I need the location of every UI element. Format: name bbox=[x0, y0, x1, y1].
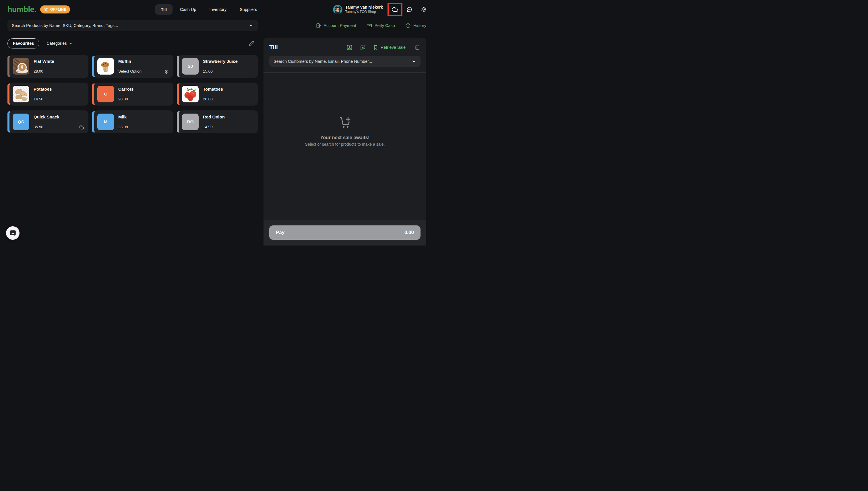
product-price: 20.00 bbox=[118, 97, 133, 101]
offline-status-badge: OFFLINE bbox=[40, 5, 70, 13]
avatar bbox=[333, 5, 343, 15]
product-card[interactable]: Potatoes 14.50 bbox=[7, 83, 88, 106]
product-search[interactable] bbox=[7, 20, 258, 31]
product-initials: RO bbox=[182, 114, 199, 130]
banknote-icon bbox=[367, 23, 372, 28]
product-price: 35.50 bbox=[34, 125, 59, 129]
product-card[interactable]: M Milk 23.98 bbox=[92, 110, 173, 133]
product-price: 15.00 bbox=[203, 69, 238, 74]
retrieve-sale-button[interactable]: Retrieve Sale bbox=[373, 45, 406, 50]
settings-icon[interactable] bbox=[421, 7, 427, 12]
history-label: History bbox=[413, 23, 426, 28]
product-card-body: Flat White 28.00 bbox=[9, 55, 88, 78]
till-title: Till bbox=[269, 44, 278, 51]
product-card[interactable]: Muffin Select Option bbox=[92, 55, 173, 78]
product-info: Tomatoes 20.00 bbox=[203, 86, 223, 103]
till-actions: Retrieve Sale bbox=[347, 45, 420, 51]
product-card-body: C Carrots 20.00 bbox=[94, 83, 173, 106]
product-initials: SJ bbox=[182, 58, 199, 75]
product-price: 14.50 bbox=[34, 97, 52, 101]
petty-cash-button[interactable]: Petty Cash bbox=[367, 23, 395, 28]
till-panel: Till Ret bbox=[264, 37, 426, 246]
messenger-icon bbox=[9, 229, 17, 237]
product-card-body: M Milk 23.98 bbox=[94, 110, 173, 133]
wifi-off-icon bbox=[44, 7, 48, 12]
product-card-body: Potatoes 14.50 bbox=[9, 83, 88, 106]
product-initials: C bbox=[97, 86, 114, 103]
categories-dropdown[interactable]: Categories bbox=[47, 41, 73, 46]
main-nav: Till Cash Up Inventory Suppliers bbox=[155, 4, 263, 15]
product-image bbox=[12, 58, 29, 75]
quick-links: Account Payment Petty Cash History bbox=[316, 20, 426, 31]
account-payment-button[interactable]: Account Payment bbox=[316, 23, 356, 28]
pay-amount: 0.00 bbox=[404, 230, 414, 235]
product-card-body: RO Red Onion 14.99 bbox=[179, 110, 258, 133]
product-name: Muffin bbox=[118, 59, 141, 64]
product-name: Strawberry Juice bbox=[203, 59, 238, 64]
product-price: 20.00 bbox=[203, 97, 223, 101]
product-info: Milk 23.98 bbox=[118, 114, 128, 130]
product-card-body: QS Quick Snack 35.50 bbox=[9, 110, 88, 133]
product-card[interactable]: Tomatoes 20.00 bbox=[177, 83, 258, 106]
chevron-down-icon[interactable] bbox=[249, 23, 253, 28]
product-info: Muffin Select Option bbox=[118, 58, 141, 75]
filters-row: Favourites Categories bbox=[7, 38, 258, 49]
favourites-filter-button[interactable]: Favourites bbox=[7, 38, 39, 49]
customer-search[interactable] bbox=[269, 56, 421, 67]
chat-icon[interactable] bbox=[406, 7, 412, 12]
product-price: 23.98 bbox=[118, 125, 128, 129]
product-card[interactable]: Flat White 28.00 bbox=[7, 55, 88, 78]
product-info: Carrots 20.00 bbox=[118, 86, 133, 103]
product-card-body: Muffin Select Option bbox=[94, 55, 173, 78]
wallet-icon bbox=[316, 23, 321, 28]
categories-label: Categories bbox=[47, 41, 66, 46]
save-sale-icon[interactable] bbox=[347, 45, 352, 51]
product-card-body: Tomatoes 20.00 bbox=[179, 83, 258, 106]
history-clock-icon bbox=[405, 23, 411, 28]
bookmark-icon bbox=[373, 45, 378, 50]
app-header: humble. OFFLINE Till Cash Up Inventory S… bbox=[0, 0, 434, 19]
chevron-down-icon bbox=[69, 41, 73, 45]
product-info: Flat White 28.00 bbox=[34, 58, 54, 75]
tab-suppliers[interactable]: Suppliers bbox=[234, 4, 263, 15]
pay-label: Pay bbox=[276, 230, 284, 235]
tab-cash-up[interactable]: Cash Up bbox=[174, 4, 202, 15]
product-initials: M bbox=[97, 114, 114, 130]
support-chat-button[interactable] bbox=[6, 226, 20, 240]
user-shop: Tammy's TCG Shop bbox=[345, 10, 383, 15]
bundle-icon bbox=[79, 125, 84, 130]
product-card[interactable]: QS Quick Snack 35.50 bbox=[7, 110, 88, 133]
product-image bbox=[97, 58, 114, 75]
tab-inventory[interactable]: Inventory bbox=[204, 4, 233, 15]
edit-pencil-icon[interactable] bbox=[249, 41, 254, 46]
chevron-down-icon[interactable] bbox=[412, 59, 416, 64]
product-info: Red Onion 14.99 bbox=[203, 114, 225, 130]
trash-icon[interactable] bbox=[414, 45, 420, 50]
add-note-icon[interactable] bbox=[360, 45, 366, 51]
annotation-highlight bbox=[387, 3, 402, 16]
product-info: Strawberry Juice 15.00 bbox=[203, 58, 238, 75]
app-logo: humble. bbox=[7, 5, 36, 14]
cart-plus-icon bbox=[338, 116, 352, 129]
till-footer: Pay 0.00 bbox=[264, 220, 426, 246]
variants-icon bbox=[164, 69, 169, 74]
product-price: Select Option bbox=[118, 69, 141, 74]
cloud-sync-icon[interactable] bbox=[391, 6, 399, 13]
history-button[interactable]: History bbox=[405, 23, 426, 28]
product-card[interactable]: C Carrots 20.00 bbox=[92, 83, 173, 106]
tab-till[interactable]: Till bbox=[155, 4, 172, 15]
pay-button[interactable]: Pay 0.00 bbox=[269, 225, 421, 240]
product-card[interactable]: RO Red Onion 14.99 bbox=[177, 110, 258, 133]
product-card[interactable]: SJ Strawberry Juice 15.00 bbox=[177, 55, 258, 78]
customer-search-input[interactable] bbox=[274, 59, 412, 64]
empty-state-subtitle: Select or search for products to make a … bbox=[305, 142, 385, 147]
user-name: Tammy Van Niekerk bbox=[345, 5, 383, 10]
petty-cash-label: Petty Cash bbox=[375, 23, 395, 28]
offline-label: OFFLINE bbox=[50, 7, 66, 11]
product-name: Tomatoes bbox=[203, 87, 223, 91]
user-menu[interactable]: Tammy Van Niekerk Tammy's TCG Shop bbox=[333, 5, 383, 15]
product-search-input[interactable] bbox=[12, 23, 249, 28]
product-name: Potatoes bbox=[34, 87, 52, 91]
cart-empty-state: Your next sale awaits! Select or search … bbox=[264, 73, 426, 220]
product-info: Quick Snack 35.50 bbox=[34, 114, 59, 130]
